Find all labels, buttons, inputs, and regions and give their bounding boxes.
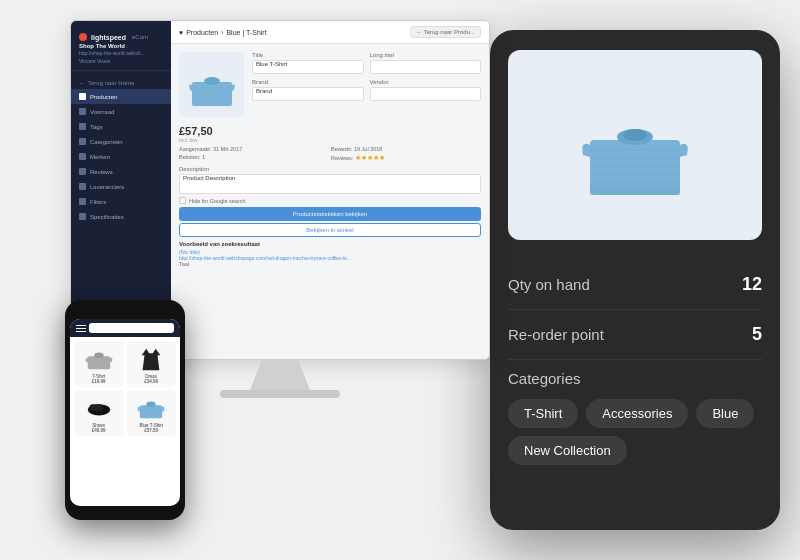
nav-label: Leveranciers <box>90 184 124 190</box>
phone-product-img <box>77 393 121 421</box>
back-to-products-button[interactable]: ← Terug naar Produ... <box>410 26 481 38</box>
logo-text: lightspeed <box>91 34 126 41</box>
phone-product-card[interactable]: Shoes £49.99 <box>74 390 124 436</box>
sidebar-items: ProductenVoorraadTagsCategorieënMerkenRe… <box>71 89 171 224</box>
phone-product-price-3: £49.99 <box>77 428 121 433</box>
sidebar-item-leveranciers[interactable]: Leveranciers <box>71 179 171 194</box>
heart-icon: ♥ <box>179 29 183 36</box>
nav-label: Voorraad <box>90 109 114 115</box>
sidebar-nav: ← Terug naar Home ProductenVoorraadTagsC… <box>71 75 171 226</box>
sidebar-item-voorraad[interactable]: Voorraad <box>71 104 171 119</box>
category-tag[interactable]: New Collection <box>508 436 627 465</box>
description-input[interactable]: Product Description <box>179 174 481 194</box>
sidebar-item-tags[interactable]: Tags <box>71 119 171 134</box>
nav-label: Merken <box>90 154 110 160</box>
svg-point-10 <box>204 77 220 85</box>
category-tag[interactable]: Blue <box>696 399 754 428</box>
title-label: Title <box>252 52 364 58</box>
search-preview-title: Voorbeeld van zoekresultaat <box>179 241 481 247</box>
reorder-value: 5 <box>752 324 762 345</box>
vendor-input[interactable] <box>370 87 482 101</box>
stats-button[interactable]: Productstatistieken bekijken <box>179 207 481 221</box>
nav-icon <box>79 213 86 220</box>
long-title-input[interactable] <box>370 60 482 74</box>
google-hide-checkbox[interactable] <box>179 197 186 204</box>
description-label: Description <box>179 166 481 172</box>
nav-icon <box>79 93 86 100</box>
svg-rect-15 <box>140 405 162 418</box>
phone-product-price-4: £57.50 <box>130 428 174 433</box>
brand-label: Brand <box>252 79 364 85</box>
nav-icon <box>79 108 86 115</box>
qty-label: Qty on hand <box>508 276 590 293</box>
title-input[interactable]: Blue T-Shirt <box>252 60 364 74</box>
nav-icon <box>79 168 86 175</box>
shop-url: http://shop-the-world.websh... <box>79 50 163 56</box>
nav-icon <box>79 138 86 145</box>
category-tag[interactable]: T-Shirt <box>508 399 578 428</box>
phone-menu-icon[interactable] <box>76 328 86 329</box>
breadcrumb-product: Blue | T-Shirt <box>226 29 266 36</box>
monitor-base <box>220 390 340 398</box>
phone-search-bar[interactable] <box>89 323 174 333</box>
long-title-field: Long titel <box>370 52 482 74</box>
search-lang: Taal <box>179 261 481 267</box>
phone-products-grid: T-Shirt £19.99 Dress £34.99 <box>70 337 180 440</box>
vendor-label: Vendor <box>370 79 482 85</box>
categories-section: Categories T-ShirtAccessoriesBlueNew Col… <box>508 370 762 465</box>
nav-icon <box>79 183 86 190</box>
brand-select[interactable]: Brand <box>252 87 364 101</box>
sidebar-item-merken[interactable]: Merken <box>71 149 171 164</box>
categories-title: Categories <box>508 370 762 387</box>
nav-label: Categorieën <box>90 139 123 145</box>
tablet-device: Qty on hand 12 Re-order point 5 Categori… <box>490 30 780 530</box>
product-area: Title Blue T-Shirt Long titel <box>171 44 489 125</box>
phone-product-card[interactable]: Blue T-Shirt £57.50 <box>127 390 177 436</box>
price-meta: Aangemaakt: 31 Mrt 2017 Bewerkt: 19 Jul … <box>179 146 481 162</box>
phone-product-card[interactable]: Dress £34.99 <box>127 341 177 387</box>
sidebar-header: lightspeed eCom Shop The World http://sh… <box>71 27 171 71</box>
search-section: Voorbeeld van zoekresultaat (No title) h… <box>171 241 489 267</box>
nav-back[interactable]: ← Terug naar Home <box>71 77 171 89</box>
reorder-label: Re-order point <box>508 326 604 343</box>
nav-label: Specificaties <box>90 214 124 220</box>
shop-button[interactable]: Bekijken in winkel <box>179 223 481 237</box>
category-tag[interactable]: Accessories <box>586 399 688 428</box>
price-vat: Incl. btw <box>179 137 481 143</box>
title-field: Title Blue T-Shirt <box>252 52 364 74</box>
breadcrumb-sep: › <box>221 29 223 36</box>
phone-product-img <box>130 344 174 372</box>
phone-product-price-1: £19.99 <box>77 379 121 384</box>
svg-point-2 <box>623 129 647 141</box>
nav-label: Producten <box>90 94 117 100</box>
phone-product-card[interactable]: T-Shirt £19.99 <box>74 341 124 387</box>
beloiten: Beloiten: 1 <box>179 154 329 162</box>
vendor-field: Vendor <box>370 79 482 101</box>
sidebar-item-producten[interactable]: Producten <box>71 89 171 104</box>
top-bar: ♥ Producten › Blue | T-Shirt ← Terug naa… <box>171 21 489 44</box>
title-row: Title Blue T-Shirt Long titel <box>252 52 481 74</box>
price-value: £57,50 <box>179 125 481 137</box>
bewerkd: Bewerkt: 19 Jul 2018 <box>331 146 481 152</box>
brand-row: Brand Brand Vendor <box>252 79 481 101</box>
category-tags: T-ShirtAccessoriesBlueNew Collection <box>508 399 762 465</box>
phone-notch <box>110 310 140 315</box>
tablet-product-image <box>508 50 762 240</box>
sidebar-item-specificaties[interactable]: Specificaties <box>71 209 171 224</box>
breadcrumb: ♥ Producten › Blue | T-Shirt <box>179 29 267 36</box>
phone-product-price-2: £34.99 <box>130 379 174 384</box>
sidebar-item-filters[interactable]: Filters <box>71 194 171 209</box>
sidebar-item-categorieën[interactable]: Categorieën <box>71 134 171 149</box>
main-content: ♥ Producten › Blue | T-Shirt ← Terug naa… <box>171 21 489 359</box>
nav-label: Reviews <box>90 169 113 175</box>
sidebar-item-reviews[interactable]: Reviews <box>71 164 171 179</box>
phone-product-img <box>130 393 174 421</box>
breadcrumb-producten[interactable]: Producten <box>186 29 218 36</box>
phone-device: T-Shirt £19.99 Dress £34.99 <box>65 300 185 520</box>
back-label: Terug naar Home <box>88 80 134 86</box>
nav-icon <box>79 123 86 130</box>
brand-field: Brand Brand <box>252 79 364 101</box>
stars: ★★★★★ <box>355 154 385 161</box>
logo-dot <box>79 33 87 41</box>
tshirt-illustration <box>575 85 695 205</box>
